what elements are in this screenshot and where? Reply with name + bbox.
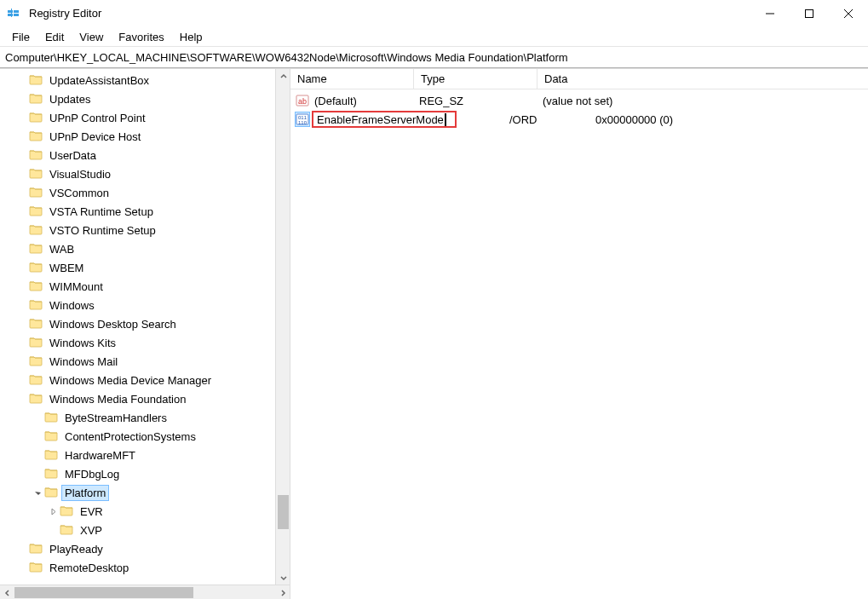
svg-rect-2 <box>8 14 13 16</box>
folder-icon <box>60 504 77 519</box>
tree-item-label: VisualStudio <box>46 166 114 182</box>
tree-horizontal-scrollbar[interactable] <box>0 585 290 599</box>
binary-value-icon: 011110 <box>296 112 309 126</box>
tree-item-label: Windows <box>46 297 98 314</box>
tree-item[interactable]: Windows <box>0 296 290 314</box>
folder-icon <box>29 261 46 275</box>
expander-none <box>17 150 27 160</box>
value-data: 0x00000000 (0) <box>595 113 673 126</box>
column-type[interactable]: Type <box>414 69 537 89</box>
column-name[interactable]: Name <box>290 69 414 89</box>
value-row[interactable]: ab(Default)REG_SZ(value not set) <box>290 91 868 110</box>
scroll-left-button[interactable] <box>0 585 14 599</box>
folder-icon <box>29 561 46 575</box>
tree-item-label: Windows Media Foundation <box>46 391 189 407</box>
tree-item-label: UPnP Device Host <box>46 129 144 145</box>
expander-none <box>32 469 43 479</box>
expander-none <box>17 319 27 329</box>
expander-open-icon[interactable] <box>32 487 43 498</box>
folder-icon <box>29 298 46 313</box>
expander-none <box>17 75 27 85</box>
tree-item[interactable]: Updates <box>0 89 290 108</box>
tree-item[interactable]: ContentProtectionSystems <box>0 427 290 446</box>
folder-icon <box>60 523 77 538</box>
tree-pane: UpdateAssistantBoxUpdatesUPnP Control Po… <box>0 69 290 599</box>
tree-item-label: PlayReady <box>46 541 106 557</box>
tree-item-label: WBEM <box>46 260 87 276</box>
expander-none <box>17 337 27 348</box>
value-row[interactable]: 011110EnableFrameServerMode/ORD0x0000000… <box>290 110 868 129</box>
folder-icon <box>29 392 46 406</box>
expander-none <box>17 281 27 291</box>
string-value-icon: ab <box>296 94 309 107</box>
menu-help[interactable]: Help <box>173 29 210 45</box>
folder-icon <box>44 486 61 500</box>
menu-favorites[interactable]: Favorites <box>112 29 170 45</box>
tree-item[interactable]: PlayReady <box>0 539 290 558</box>
tree-item[interactable]: VSCommon <box>0 183 290 202</box>
folder-icon <box>29 373 46 388</box>
folder-icon <box>29 336 46 350</box>
tree-item[interactable]: RemoteDesktop <box>0 558 290 577</box>
expander-none <box>17 562 27 573</box>
tree-item[interactable]: VisualStudio <box>0 164 290 183</box>
folder-icon <box>44 429 61 444</box>
tree-item[interactable]: Windows Kits <box>0 333 290 352</box>
maximize-button[interactable] <box>790 0 829 27</box>
svg-text:110: 110 <box>298 120 308 125</box>
tree-item[interactable]: WIMMount <box>0 277 290 296</box>
tree-item[interactable]: Platform <box>0 483 290 502</box>
tree-item[interactable]: Windows Desktop Search <box>0 314 290 333</box>
expander-closed-icon[interactable] <box>48 506 58 516</box>
close-button[interactable] <box>829 0 868 27</box>
expander-none <box>32 412 43 423</box>
address-bar[interactable]: Computer\HKEY_LOCAL_MACHINE\SOFTWARE\WOW… <box>0 46 868 68</box>
tree-item[interactable]: ByteStreamHandlers <box>0 408 290 427</box>
scroll-down-button[interactable] <box>276 570 290 585</box>
content-area: UpdateAssistantBoxUpdatesUPnP Control Po… <box>0 68 868 599</box>
tree-item[interactable]: VSTO Runtime Setup <box>0 221 290 239</box>
tree-vertical-scrollbar[interactable] <box>275 69 290 585</box>
folder-icon <box>29 186 46 200</box>
tree-item[interactable]: MFDbgLog <box>0 464 290 483</box>
text-caret <box>445 113 446 126</box>
tree-item[interactable]: UPnP Device Host <box>0 127 290 146</box>
folder-icon <box>29 204 46 219</box>
tree-item[interactable]: VSTA Runtime Setup <box>0 202 290 221</box>
value-type: REG_SZ <box>419 95 463 107</box>
folder-icon <box>29 92 46 107</box>
hscroll-thumb[interactable] <box>14 587 193 598</box>
scrollbar-thumb[interactable] <box>278 495 289 529</box>
value-name: (Default) <box>314 95 357 107</box>
tree-item[interactable]: HardwareMFT <box>0 446 290 464</box>
tree-item[interactable]: Windows Media Device Manager <box>0 371 290 389</box>
menu-edit[interactable]: Edit <box>38 29 71 45</box>
tree-item-label: VSTA Runtime Setup <box>46 204 157 220</box>
minimize-button[interactable] <box>750 0 790 27</box>
expander-none <box>17 131 27 141</box>
scroll-right-button[interactable] <box>275 585 290 599</box>
menu-file[interactable]: File <box>5 29 37 45</box>
svg-rect-3 <box>14 14 19 16</box>
tree-item[interactable]: Windows Media Foundation <box>0 389 290 408</box>
hscroll-track[interactable] <box>14 585 275 599</box>
menu-view[interactable]: View <box>72 29 110 45</box>
tree-item[interactable]: UserData <box>0 146 290 164</box>
tree-item[interactable]: Windows Mail <box>0 352 290 371</box>
tree-scroll: UpdateAssistantBoxUpdatesUPnP Control Po… <box>0 69 290 599</box>
value-name-edit-input[interactable]: EnableFrameServerMode <box>312 111 457 128</box>
tree-item[interactable]: UpdateAssistantBox <box>0 71 290 89</box>
tree-item[interactable]: XVP <box>0 521 290 539</box>
tree-item[interactable]: WBEM <box>0 258 290 277</box>
tree-item-label: XVP <box>77 522 106 539</box>
tree-item[interactable]: EVR <box>0 502 290 521</box>
expander-none <box>32 431 43 441</box>
value-name-text: EnableFrameServerMode <box>317 113 444 126</box>
svg-rect-6 <box>806 9 813 17</box>
column-data[interactable]: Data <box>537 69 868 89</box>
tree-item[interactable]: WAB <box>0 239 290 258</box>
scroll-up-button[interactable] <box>276 69 290 84</box>
tree-item[interactable]: UPnP Control Point <box>0 108 290 127</box>
folder-icon <box>29 73 46 88</box>
tree-item-label: UserData <box>46 147 100 164</box>
